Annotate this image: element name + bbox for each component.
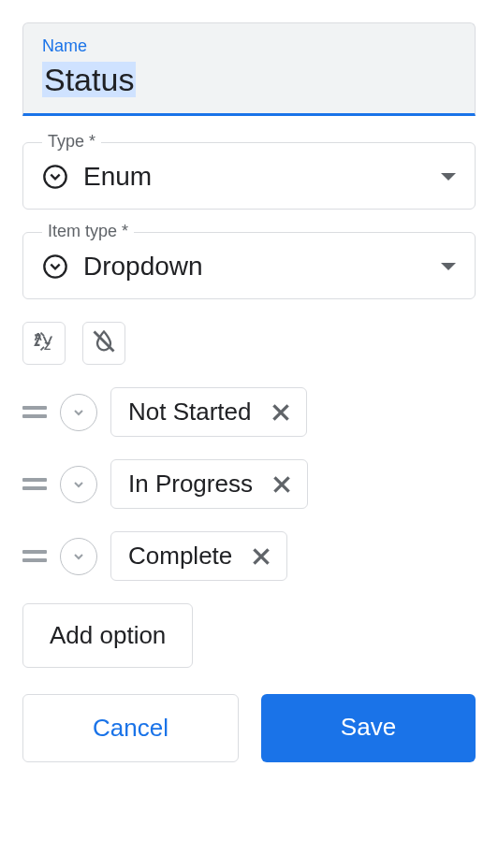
- drag-handle-icon[interactable]: [22, 406, 47, 418]
- item-type-dropdown-label: Item type *: [42, 222, 134, 241]
- option-chip[interactable]: Complete: [110, 531, 287, 581]
- svg-point-0: [44, 166, 66, 187]
- option-label: Not Started: [128, 398, 252, 427]
- type-dropdown-value: Enum: [83, 162, 426, 192]
- options-list: Not Started In Progress Complete: [22, 387, 476, 581]
- option-expand-button[interactable]: [60, 538, 97, 575]
- type-dropdown[interactable]: Type * Enum: [22, 142, 476, 210]
- name-field-container[interactable]: Name Status: [22, 22, 476, 116]
- add-option-button[interactable]: Add option: [22, 603, 193, 668]
- save-button[interactable]: Save: [261, 694, 476, 762]
- sort-alpha-icon: A Z: [31, 328, 57, 358]
- type-dropdown-label: Type *: [42, 132, 101, 152]
- option-expand-button[interactable]: [60, 466, 97, 503]
- chevron-down-icon: [441, 173, 456, 181]
- option-expand-button[interactable]: [60, 394, 97, 431]
- option-chip[interactable]: Not Started: [110, 387, 307, 437]
- name-field-value[interactable]: Status: [42, 62, 136, 97]
- option-label: Complete: [128, 542, 232, 571]
- cancel-button[interactable]: Cancel: [22, 694, 239, 762]
- option-row: Not Started: [22, 387, 476, 437]
- svg-text:Z: Z: [44, 340, 51, 352]
- enum-type-icon: [42, 164, 68, 190]
- item-type-dropdown-value: Dropdown: [83, 252, 426, 282]
- svg-point-1: [44, 255, 66, 277]
- options-toolbar: A Z: [22, 322, 476, 365]
- remove-option-button[interactable]: [249, 544, 273, 569]
- item-type-dropdown[interactable]: Item type * Dropdown: [22, 232, 476, 299]
- color-off-icon: [91, 328, 117, 358]
- option-row: Complete: [22, 531, 476, 581]
- name-field-label: Name: [42, 36, 456, 56]
- option-row: In Progress: [22, 459, 476, 509]
- remove-option-button[interactable]: [270, 472, 294, 497]
- dialog-actions: Cancel Save: [22, 694, 476, 762]
- remove-option-button[interactable]: [269, 400, 293, 425]
- enum-type-icon: [42, 253, 68, 280]
- option-chip[interactable]: In Progress: [110, 459, 308, 509]
- drag-handle-icon[interactable]: [22, 478, 47, 490]
- drag-handle-icon[interactable]: [22, 550, 47, 562]
- option-label: In Progress: [128, 470, 253, 499]
- svg-text:A: A: [35, 330, 43, 342]
- toggle-colors-button[interactable]: [82, 322, 125, 365]
- chevron-down-icon: [441, 263, 456, 270]
- sort-alpha-button[interactable]: A Z: [22, 322, 66, 365]
